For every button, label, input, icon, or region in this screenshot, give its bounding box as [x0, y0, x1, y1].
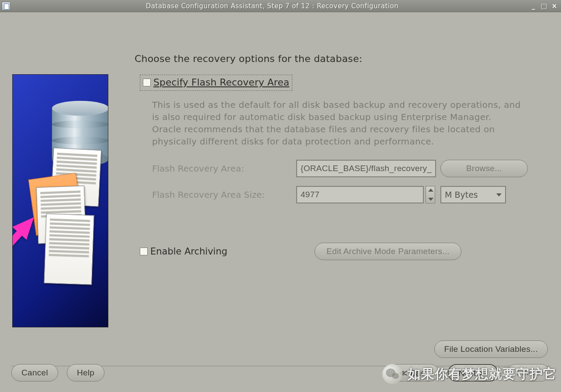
fra-size-label: Flash Recovery Area Size: [152, 189, 296, 200]
chevron-down-icon [496, 193, 502, 196]
enable-archiving-option[interactable]: Enable Archiving [140, 246, 227, 257]
file-location-variables-button[interactable]: File Location Variables... [434, 340, 548, 358]
fra-size-input[interactable] [296, 186, 424, 203]
window-titlebar: Database Configuration Assistant, Step 7… [0, 0, 561, 12]
enable-archiving-checkbox[interactable] [140, 248, 148, 255]
cancel-button[interactable]: Cancel [11, 364, 58, 382]
specify-fra-label: Specify Flash Recovery Area [153, 77, 289, 88]
fra-size-unit-select[interactable]: M Bytes [440, 186, 506, 203]
app-icon [2, 2, 10, 10]
finish-button[interactable]: Finish [507, 364, 550, 382]
close-button[interactable]: × [551, 3, 558, 10]
wizard-nav-bar: Cancel Help ≪ Back Next ≫ Finish [11, 364, 550, 382]
next-button[interactable]: Next ≫ [448, 364, 498, 382]
help-button[interactable]: Help [67, 364, 104, 382]
specify-fra-option[interactable]: Specify Flash Recovery Area [140, 75, 292, 91]
fra-size-unit-value: M Bytes [445, 190, 478, 199]
fra-size-spinner[interactable] [426, 186, 435, 203]
minimize-button[interactable]: _ [530, 3, 537, 10]
document-icon [44, 213, 94, 285]
specify-fra-description: This is used as the default for all disk… [152, 99, 523, 148]
page-heading: Choose the recovery options for the data… [135, 53, 539, 64]
window-title: Database Configuration Assistant, Step 7… [15, 2, 530, 10]
enable-archiving-label: Enable Archiving [150, 246, 227, 257]
fra-path-input[interactable] [296, 160, 436, 177]
edit-archive-params-button[interactable]: Edit Archive Mode Parameters... [315, 243, 461, 260]
specify-fra-checkbox[interactable] [143, 79, 151, 86]
fra-path-label: Flash Recovery Area: [152, 163, 296, 174]
wizard-illustration [12, 74, 108, 327]
browse-button[interactable]: Browse... [440, 160, 528, 177]
maximize-button[interactable]: □ [540, 3, 548, 10]
back-button[interactable]: ≪ Back [389, 364, 439, 382]
client-area: Choose the recovery options for the data… [0, 12, 561, 392]
